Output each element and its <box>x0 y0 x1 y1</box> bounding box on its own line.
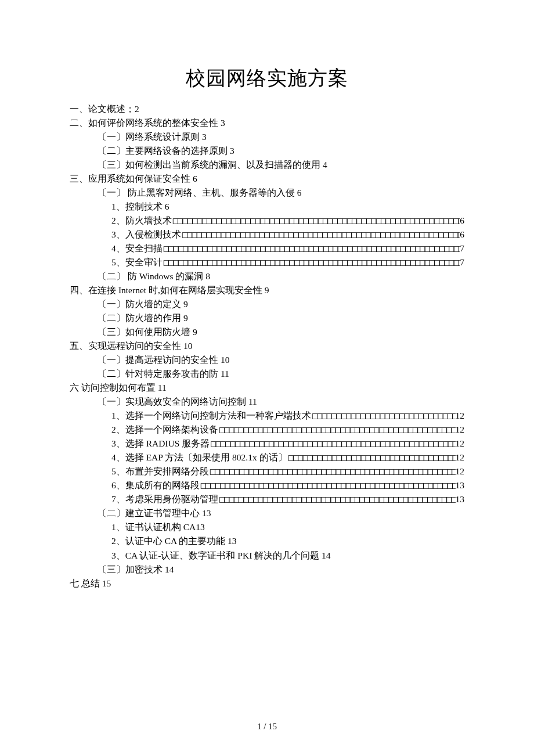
page-footer: 1 / 15 <box>0 722 534 732</box>
toc-page: 6 <box>460 214 464 228</box>
toc-leader <box>287 451 456 465</box>
toc-entry: 五、实现远程访问的安全性 10 <box>70 339 464 353</box>
toc-page: 6 <box>460 228 464 242</box>
toc-entry: 〔一〕提高远程访问的安全性 10 <box>98 353 464 367</box>
toc-label: 3、入侵检测技术 <box>111 228 181 242</box>
toc-entry: 2、防火墙技术 6 <box>111 214 464 228</box>
toc-label: 2、防火墙技术 <box>111 214 172 228</box>
toc-entry: 七 总结 15 <box>70 577 464 591</box>
toc-leader <box>163 242 460 255</box>
toc-entry: 4、选择 EAP 方法〔如果使用 802.1x 的话〕 12 <box>111 451 464 465</box>
toc-label: 4、安全扫描 <box>111 242 163 255</box>
toc-entry: 3、入侵检测技术 6 <box>111 228 464 242</box>
toc-entry: 1、选择一个网络访问控制方法和一种客户端技术 12 <box>111 409 464 423</box>
toc-leader <box>200 478 456 492</box>
toc-leader <box>209 465 456 478</box>
toc-leader <box>172 214 460 228</box>
toc-entry: 〔一〕实现高效安全的网络访问控制 11 <box>98 395 464 409</box>
toc-label: 4、选择 EAP 方法〔如果使用 802.1x 的话〕 <box>111 451 287 465</box>
toc-leader <box>210 437 455 451</box>
toc-entry: 〔一〕网络系统设计原则 3 <box>98 130 464 144</box>
toc-page: 12 <box>456 437 465 451</box>
toc-entry: 四、在连接 Internet 时,如何在网络层实现安全性 9 <box>70 283 464 297</box>
toc-label: 5、安全审计 <box>111 255 163 269</box>
document-title: 校园网络实施方案 <box>70 65 464 92</box>
toc-entry: 4、安全扫描 7 <box>111 242 464 255</box>
document-page: 校园网络实施方案 一、论文概述；2 二、如何评价网络系统的整体安全性 3 〔一〕… <box>0 0 534 756</box>
toc-leader <box>163 255 460 269</box>
toc-page: 12 <box>456 465 465 478</box>
toc-entry: 6、集成所有的网络段 13 <box>111 478 464 492</box>
toc-entry: 六 访问控制如何布置 11 <box>70 381 464 395</box>
toc-entry: 三、应用系统如何保证安全性 6 <box>70 172 464 186</box>
toc-entry: 〔二〕 防 Windows 的漏洞 8 <box>98 269 464 283</box>
page-total: 15 <box>268 722 277 731</box>
toc-entry: 2、选择一个网络架构设备 12 <box>111 423 464 437</box>
toc-label: 6、集成所有的网络段 <box>111 478 200 492</box>
toc-label: 7、考虑采用身份驱动管理 <box>111 492 218 506</box>
toc-entry: 〔一〕防火墙的定义 9 <box>98 297 464 311</box>
toc-page: 12 <box>456 409 465 423</box>
toc-entry: 〔二〕针对特定服务攻击的防 11 <box>98 367 464 381</box>
toc-leader <box>218 423 456 437</box>
toc-label: 3、选择 RADIUS 服务器 <box>111 437 210 451</box>
toc-label: 5、布置并安排网络分段 <box>111 465 209 478</box>
toc-entry: 一、论文概述；2 <box>70 102 464 116</box>
toc-label: 1、选择一个网络访问控制方法和一种客户端技术 <box>111 409 311 423</box>
page-sep: / <box>261 722 268 731</box>
toc-page: 7 <box>460 255 464 269</box>
toc-entry: 〔二〕防火墙的作用 9 <box>98 311 464 325</box>
toc-entry: 〔三〕加密技术 14 <box>98 563 464 577</box>
toc-label: 2、选择一个网络架构设备 <box>111 423 218 437</box>
toc-page: 13 <box>456 478 465 492</box>
toc-entry: 〔二〕主要网络设备的选择原则 3 <box>98 144 464 158</box>
toc-entry: 3、CA 认证-认证、数字证书和 PKI 解决的几个问题 14 <box>111 549 464 563</box>
toc-entry: 1、控制技术 6 <box>111 200 464 214</box>
toc-entry: 二、如何评价网络系统的整体安全性 3 <box>70 116 464 130</box>
toc-entry: 5、安全审计 7 <box>111 255 464 269</box>
toc-entry: 〔三〕如何使用防火墙 9 <box>98 325 464 339</box>
table-of-contents: 一、论文概述；2 二、如何评价网络系统的整体安全性 3 〔一〕网络系统设计原则 … <box>70 102 464 591</box>
toc-entry: 1、证书认证机构 CA13 <box>111 520 464 534</box>
toc-page: 12 <box>456 451 465 465</box>
toc-entry: 〔一〕 防止黑客对网络、主机、服务器等的入侵 6 <box>98 186 464 200</box>
toc-entry: 2、认证中心 CA 的主要功能 13 <box>111 534 464 548</box>
toc-leader <box>218 492 456 506</box>
toc-page: 12 <box>456 423 465 437</box>
toc-page: 7 <box>460 242 464 255</box>
toc-entry: 7、考虑采用身份驱动管理 13 <box>111 492 464 506</box>
toc-leader <box>311 409 456 423</box>
toc-entry: 〔二〕建立证书管理中心 13 <box>98 506 464 520</box>
toc-entry: 3、选择 RADIUS 服务器 12 <box>111 437 464 451</box>
toc-entry: 〔三〕如何检测出当前系统的漏洞、以及扫描器的使用 4 <box>98 158 464 172</box>
toc-entry: 5、布置并安排网络分段 12 <box>111 465 464 478</box>
toc-leader <box>181 228 460 242</box>
toc-page: 13 <box>456 492 465 506</box>
